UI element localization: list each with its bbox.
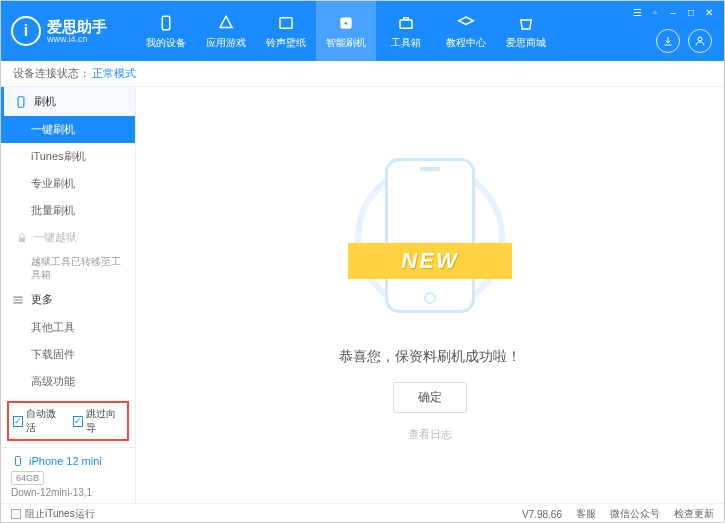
- flash-icon: [336, 13, 356, 33]
- svg-rect-6: [19, 237, 25, 242]
- device-name: iPhone 12 mini: [11, 454, 125, 468]
- jailbreak-note: 越狱工具已转移至工具箱: [1, 251, 135, 285]
- main-panel: NEW 恭喜您，保资料刷机成功啦！ 确定 查看日志: [136, 87, 724, 503]
- download-button[interactable]: [656, 29, 680, 53]
- footer: 阻止iTunes运行 V7.98.66 客服 微信公众号 检查更新: [1, 503, 724, 523]
- checkbox-skip-guide[interactable]: ✓ 跳过向导: [73, 407, 123, 435]
- status-label: 设备连接状态：: [13, 66, 90, 81]
- lock-icon: [15, 231, 29, 245]
- nav-smart-flash[interactable]: 智能刷机: [316, 1, 376, 61]
- success-message: 恭喜您，保资料刷机成功啦！: [339, 348, 521, 366]
- minimize-button[interactable]: –: [666, 5, 680, 19]
- nav-my-device[interactable]: 我的设备: [136, 1, 196, 61]
- status-bar: 设备连接状态： 正常模式: [1, 61, 724, 87]
- sidebar-item-advanced[interactable]: 高级功能: [1, 368, 135, 395]
- checkbox-icon: ✓: [73, 416, 83, 427]
- app-name: 爱思助手: [47, 19, 107, 34]
- phone-icon: [156, 13, 176, 33]
- device-firmware: Down-12mini-13,1: [11, 487, 125, 498]
- svg-point-4: [698, 37, 702, 41]
- header-actions: [656, 29, 712, 53]
- top-nav: 我的设备 应用游戏 铃声壁纸 智能刷机 工具箱 教程中心 爱思商城: [136, 1, 556, 61]
- wallpaper-icon: [276, 13, 296, 33]
- footer-update-link[interactable]: 检查更新: [674, 507, 714, 521]
- store-icon: [516, 13, 536, 33]
- window-controls: ☰ ▫ – □ ✕: [630, 5, 716, 19]
- device-storage-badge: 64GB: [11, 471, 44, 485]
- view-log-link[interactable]: 查看日志: [408, 427, 452, 442]
- status-value: 正常模式: [92, 66, 136, 81]
- sidebar: 刷机 一键刷机 iTunes刷机 专业刷机 批量刷机 一键越狱 越狱工具已转移至…: [1, 87, 136, 503]
- skin-button[interactable]: ▫: [648, 5, 662, 19]
- nav-ringtone-wallpaper[interactable]: 铃声壁纸: [256, 1, 316, 61]
- sidebar-item-other-tools[interactable]: 其他工具: [1, 314, 135, 341]
- svg-rect-3: [400, 20, 412, 28]
- sidebar-item-pro-flash[interactable]: 专业刷机: [1, 170, 135, 197]
- svg-rect-5: [18, 96, 24, 107]
- footer-wechat-link[interactable]: 微信公众号: [610, 507, 660, 521]
- close-button[interactable]: ✕: [702, 5, 716, 19]
- content-area: 刷机 一键刷机 iTunes刷机 专业刷机 批量刷机 一键越狱 越狱工具已转移至…: [1, 87, 724, 503]
- svg-rect-7: [16, 457, 21, 466]
- user-button[interactable]: [688, 29, 712, 53]
- sidebar-item-batch-flash[interactable]: 批量刷机: [1, 197, 135, 224]
- checkbox-highlight-area: ✓ 自动激活 ✓ 跳过向导: [7, 401, 129, 441]
- nav-tutorials[interactable]: 教程中心: [436, 1, 496, 61]
- sidebar-section-flash[interactable]: 刷机: [1, 87, 135, 116]
- app-header: i 爱思助手 www.i4.cn 我的设备 应用游戏 铃声壁纸 智能刷机 工具箱: [1, 1, 724, 61]
- checkbox-icon: ✓: [13, 416, 23, 427]
- app-url: www.i4.cn: [47, 34, 107, 44]
- checkbox-auto-activate[interactable]: ✓ 自动激活: [13, 407, 63, 435]
- sidebar-item-jailbreak: 一键越狱: [1, 224, 135, 251]
- menu-button[interactable]: ☰: [630, 5, 644, 19]
- phone-icon: [14, 95, 28, 109]
- sidebar-item-onekey-flash[interactable]: 一键刷机: [1, 116, 135, 143]
- more-icon: [11, 293, 25, 307]
- checkbox-block-itunes[interactable]: 阻止iTunes运行: [11, 507, 95, 521]
- device-phone-icon: [11, 454, 25, 468]
- nav-store[interactable]: 爱思商城: [496, 1, 556, 61]
- nav-apps-games[interactable]: 应用游戏: [196, 1, 256, 61]
- toolbox-icon: [396, 13, 416, 33]
- sidebar-item-itunes-flash[interactable]: iTunes刷机: [1, 143, 135, 170]
- apps-icon: [216, 13, 236, 33]
- tutorial-icon: [456, 13, 476, 33]
- version-label: V7.98.66: [522, 509, 562, 520]
- success-illustration: NEW: [360, 148, 500, 328]
- checkbox-icon: [11, 509, 21, 519]
- svg-rect-1: [280, 17, 292, 28]
- footer-service-link[interactable]: 客服: [576, 507, 596, 521]
- logo-icon: i: [11, 16, 41, 46]
- sidebar-section-more[interactable]: 更多: [1, 285, 135, 314]
- confirm-button[interactable]: 确定: [393, 382, 467, 413]
- maximize-button[interactable]: □: [684, 5, 698, 19]
- new-ribbon: NEW: [360, 243, 500, 279]
- svg-rect-0: [162, 16, 170, 30]
- device-section[interactable]: iPhone 12 mini 64GB Down-12mini-13,1: [1, 447, 135, 503]
- nav-toolbox[interactable]: 工具箱: [376, 1, 436, 61]
- sidebar-item-download-firmware[interactable]: 下载固件: [1, 341, 135, 368]
- logo-area: i 爱思助手 www.i4.cn: [11, 16, 136, 46]
